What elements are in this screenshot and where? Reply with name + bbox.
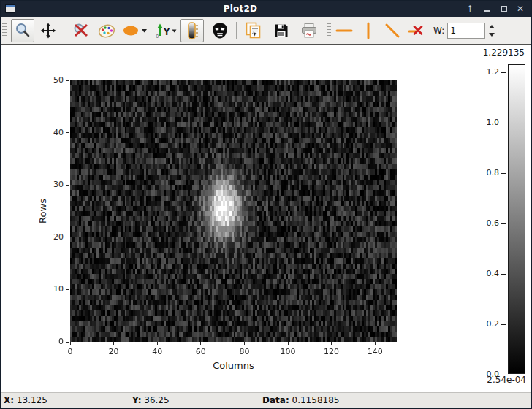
y-tick-label: 0 bbox=[37, 337, 64, 346]
profile-width-label: W: bbox=[433, 26, 444, 36]
zoom-mode-button[interactable] bbox=[11, 19, 34, 42]
profile-width-spinbox bbox=[447, 23, 495, 39]
x-tick-label: 40 bbox=[145, 347, 170, 356]
x-tick bbox=[70, 342, 71, 345]
x-tick bbox=[375, 342, 376, 345]
cursor-x-readout: X: 13.125 bbox=[4, 395, 48, 405]
x-tick-label: 20 bbox=[102, 347, 126, 356]
horizontal-profile-button[interactable] bbox=[334, 19, 354, 42]
pan-mode-button[interactable] bbox=[37, 19, 60, 42]
colormap-button[interactable] bbox=[95, 19, 118, 42]
maximize-button[interactable] bbox=[499, 4, 508, 14]
window-title: Plot2D bbox=[15, 4, 466, 14]
zoom-reset-button[interactable] bbox=[69, 19, 93, 42]
y-tick-label: 50 bbox=[37, 75, 64, 85]
horizontal-line-icon bbox=[335, 22, 353, 39]
vertical-profile-button[interactable] bbox=[358, 19, 379, 42]
x-tick bbox=[244, 342, 245, 345]
colorbar-tick-label: 0.4 bbox=[473, 269, 499, 278]
colorbar-tick bbox=[501, 274, 506, 275]
window-icon bbox=[5, 4, 15, 13]
save-button[interactable] bbox=[270, 19, 293, 42]
shade-button[interactable]: ↑ bbox=[466, 4, 474, 14]
magnifier-icon bbox=[14, 22, 31, 39]
toolbar-separator bbox=[64, 22, 64, 39]
spin-down-icon[interactable] bbox=[489, 33, 495, 37]
pan-icon bbox=[39, 22, 57, 39]
mask-tool-button[interactable] bbox=[208, 19, 232, 42]
data-label: Data: bbox=[262, 395, 289, 405]
axes-area: Rows Columns 020406080100120140010203040… bbox=[70, 80, 397, 342]
y-tick bbox=[66, 132, 69, 133]
x-axis-label: Columns bbox=[70, 360, 397, 371]
colorbar-tick bbox=[501, 72, 506, 73]
x-tick bbox=[200, 342, 201, 345]
profile-width-input[interactable] bbox=[447, 23, 485, 39]
x-tick-label: 0 bbox=[58, 347, 83, 356]
clear-profile-button[interactable] bbox=[406, 19, 427, 42]
palette-icon bbox=[97, 22, 116, 39]
x-tick-label: 80 bbox=[232, 347, 256, 356]
save-icon bbox=[273, 22, 290, 39]
y-value: 36.25 bbox=[144, 395, 169, 405]
x-tick-label: 100 bbox=[276, 347, 300, 356]
colorbar-tick-label: 1.2 bbox=[473, 67, 499, 77]
title-bar[interactable]: Plot2D ↑ ✕ bbox=[1, 1, 531, 17]
toolbar-separator bbox=[236, 22, 237, 39]
y-axis-label: Rows bbox=[37, 199, 48, 223]
minimize-icon bbox=[484, 10, 490, 12]
y-tick bbox=[66, 80, 69, 81]
y-axis-icon: 0 Y bbox=[156, 22, 178, 39]
x-tick-label: 60 bbox=[189, 347, 213, 356]
mask-icon bbox=[211, 22, 229, 39]
vertical-line-icon bbox=[360, 22, 377, 39]
colorbar-tick bbox=[501, 123, 506, 123]
diagonal-line-icon bbox=[384, 22, 401, 39]
print-button[interactable] bbox=[297, 19, 321, 42]
y-tick bbox=[66, 342, 69, 343]
x-tick bbox=[113, 342, 114, 345]
spin-up-icon[interactable] bbox=[489, 25, 495, 28]
colorbar-tick bbox=[501, 324, 506, 325]
y-axis-orientation-button[interactable]: 0 Y bbox=[156, 19, 178, 42]
cursor-y-readout: Y: 36.25 bbox=[132, 395, 170, 405]
free-line-profile-button[interactable] bbox=[382, 19, 403, 42]
x-tick bbox=[331, 342, 332, 345]
aspect-ratio-button[interactable] bbox=[121, 19, 150, 42]
zoom-reset-icon bbox=[72, 22, 90, 39]
colorbar-max-label: 1.229135 bbox=[483, 47, 525, 58]
heatmap-image[interactable] bbox=[70, 80, 397, 342]
y-tick bbox=[66, 185, 69, 186]
colorbar-tick bbox=[501, 223, 506, 224]
clear-profile-icon bbox=[407, 22, 426, 39]
close-button[interactable]: ✕ bbox=[516, 4, 525, 14]
copy-icon bbox=[244, 21, 263, 40]
plot2d-window: Plot2D ↑ ✕ bbox=[0, 0, 532, 409]
copy-button[interactable] bbox=[242, 19, 265, 42]
y-label: Y: bbox=[132, 395, 141, 405]
maximize-icon bbox=[501, 6, 507, 12]
colorbar-min-label: 2.54e-04 bbox=[487, 375, 526, 385]
minimize-button[interactable] bbox=[482, 4, 491, 14]
data-value: 0.1158185 bbox=[292, 395, 340, 405]
toolbar-handle[interactable] bbox=[2, 23, 7, 38]
svg-text:Y: Y bbox=[164, 25, 171, 37]
x-tick-label: 140 bbox=[362, 347, 387, 356]
y-tick-label: 40 bbox=[37, 128, 64, 137]
colorbar-tick-label: 0.6 bbox=[473, 218, 499, 228]
colorbar-toggle-button[interactable] bbox=[180, 19, 204, 42]
x-label: X: bbox=[4, 395, 14, 405]
profile-toolbar-handle[interactable] bbox=[327, 23, 331, 38]
colorbar-tick-label: 1.0 bbox=[473, 118, 499, 127]
x-tick bbox=[157, 342, 158, 345]
print-icon bbox=[300, 22, 319, 39]
status-bar: X: 13.125 Y: 36.25 Data: 0.1158185 bbox=[1, 392, 531, 408]
toolbar: 0 Y bbox=[1, 17, 531, 45]
x-tick-label: 120 bbox=[319, 347, 344, 356]
colorbar-tick-label: 0.2 bbox=[473, 319, 499, 329]
colorbar-tick bbox=[501, 173, 506, 174]
colorbar-tick-label: 0.8 bbox=[473, 168, 499, 177]
y-tick-label: 30 bbox=[37, 180, 64, 189]
x-value: 13.125 bbox=[17, 395, 48, 405]
colorbar[interactable]: 0.00.20.40.60.81.01.2 bbox=[508, 64, 525, 374]
